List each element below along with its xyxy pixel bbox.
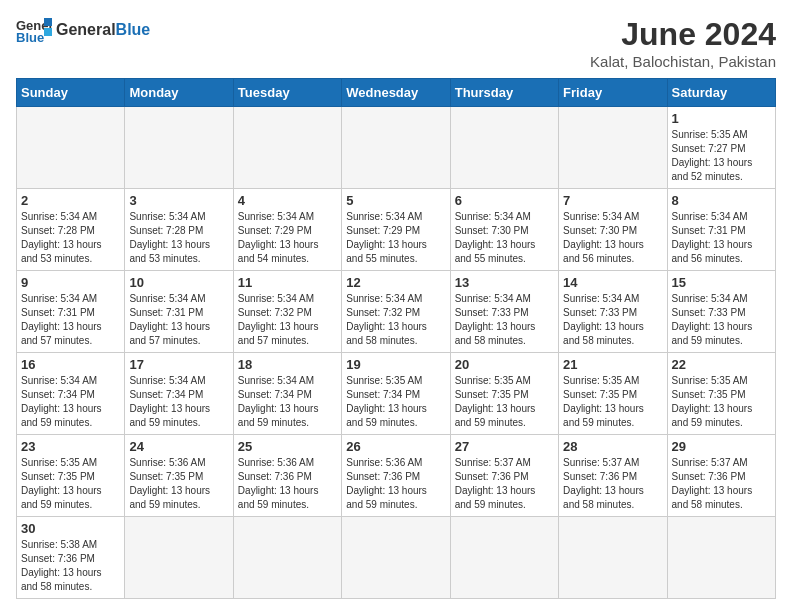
column-header-friday: Friday [559,79,667,107]
calendar-cell: 14Sunrise: 5:34 AM Sunset: 7:33 PM Dayli… [559,271,667,353]
logo-icon: General Blue [16,16,52,44]
calendar-cell: 16Sunrise: 5:34 AM Sunset: 7:34 PM Dayli… [17,353,125,435]
day-number: 11 [238,275,337,290]
day-info: Sunrise: 5:34 AM Sunset: 7:33 PM Dayligh… [455,292,554,348]
day-info: Sunrise: 5:35 AM Sunset: 7:27 PM Dayligh… [672,128,771,184]
day-info: Sunrise: 5:35 AM Sunset: 7:35 PM Dayligh… [455,374,554,430]
day-info: Sunrise: 5:34 AM Sunset: 7:31 PM Dayligh… [672,210,771,266]
calendar-cell [342,107,450,189]
column-header-thursday: Thursday [450,79,558,107]
svg-text:Blue: Blue [16,30,44,44]
calendar-cell: 26Sunrise: 5:36 AM Sunset: 7:36 PM Dayli… [342,435,450,517]
day-number: 6 [455,193,554,208]
column-header-monday: Monday [125,79,233,107]
day-info: Sunrise: 5:36 AM Sunset: 7:36 PM Dayligh… [238,456,337,512]
day-info: Sunrise: 5:34 AM Sunset: 7:34 PM Dayligh… [129,374,228,430]
day-info: Sunrise: 5:34 AM Sunset: 7:28 PM Dayligh… [21,210,120,266]
day-number: 9 [21,275,120,290]
day-info: Sunrise: 5:35 AM Sunset: 7:34 PM Dayligh… [346,374,445,430]
calendar-cell: 6Sunrise: 5:34 AM Sunset: 7:30 PM Daylig… [450,189,558,271]
day-info: Sunrise: 5:36 AM Sunset: 7:36 PM Dayligh… [346,456,445,512]
day-number: 18 [238,357,337,372]
svg-marker-3 [44,28,52,36]
day-info: Sunrise: 5:34 AM Sunset: 7:30 PM Dayligh… [455,210,554,266]
column-header-sunday: Sunday [17,79,125,107]
day-info: Sunrise: 5:34 AM Sunset: 7:32 PM Dayligh… [346,292,445,348]
calendar-cell [450,107,558,189]
location: Kalat, Balochistan, Pakistan [590,53,776,70]
day-number: 23 [21,439,120,454]
title-area: June 2024 Kalat, Balochistan, Pakistan [590,16,776,70]
header: General Blue GeneralBlue June 2024 Kalat… [16,16,776,70]
day-info: Sunrise: 5:35 AM Sunset: 7:35 PM Dayligh… [672,374,771,430]
calendar-week-row: 2Sunrise: 5:34 AM Sunset: 7:28 PM Daylig… [17,189,776,271]
calendar-cell: 29Sunrise: 5:37 AM Sunset: 7:36 PM Dayli… [667,435,775,517]
calendar-cell: 12Sunrise: 5:34 AM Sunset: 7:32 PM Dayli… [342,271,450,353]
day-info: Sunrise: 5:34 AM Sunset: 7:34 PM Dayligh… [238,374,337,430]
day-number: 24 [129,439,228,454]
day-number: 2 [21,193,120,208]
calendar-cell [233,107,341,189]
day-info: Sunrise: 5:34 AM Sunset: 7:29 PM Dayligh… [346,210,445,266]
day-info: Sunrise: 5:36 AM Sunset: 7:35 PM Dayligh… [129,456,228,512]
day-info: Sunrise: 5:37 AM Sunset: 7:36 PM Dayligh… [455,456,554,512]
calendar-cell: 7Sunrise: 5:34 AM Sunset: 7:30 PM Daylig… [559,189,667,271]
calendar-header-row: SundayMondayTuesdayWednesdayThursdayFrid… [17,79,776,107]
day-number: 30 [21,521,120,536]
calendar-cell: 23Sunrise: 5:35 AM Sunset: 7:35 PM Dayli… [17,435,125,517]
calendar-cell [450,517,558,599]
calendar: SundayMondayTuesdayWednesdayThursdayFrid… [16,78,776,599]
day-number: 10 [129,275,228,290]
day-info: Sunrise: 5:34 AM Sunset: 7:33 PM Dayligh… [563,292,662,348]
calendar-cell: 13Sunrise: 5:34 AM Sunset: 7:33 PM Dayli… [450,271,558,353]
day-info: Sunrise: 5:37 AM Sunset: 7:36 PM Dayligh… [563,456,662,512]
calendar-cell: 2Sunrise: 5:34 AM Sunset: 7:28 PM Daylig… [17,189,125,271]
day-info: Sunrise: 5:34 AM Sunset: 7:30 PM Dayligh… [563,210,662,266]
calendar-cell: 11Sunrise: 5:34 AM Sunset: 7:32 PM Dayli… [233,271,341,353]
day-info: Sunrise: 5:35 AM Sunset: 7:35 PM Dayligh… [563,374,662,430]
calendar-week-row: 23Sunrise: 5:35 AM Sunset: 7:35 PM Dayli… [17,435,776,517]
day-number: 27 [455,439,554,454]
calendar-cell: 4Sunrise: 5:34 AM Sunset: 7:29 PM Daylig… [233,189,341,271]
calendar-cell: 5Sunrise: 5:34 AM Sunset: 7:29 PM Daylig… [342,189,450,271]
calendar-cell: 24Sunrise: 5:36 AM Sunset: 7:35 PM Dayli… [125,435,233,517]
calendar-cell: 3Sunrise: 5:34 AM Sunset: 7:28 PM Daylig… [125,189,233,271]
day-number: 20 [455,357,554,372]
day-number: 4 [238,193,337,208]
calendar-cell [233,517,341,599]
day-info: Sunrise: 5:34 AM Sunset: 7:29 PM Dayligh… [238,210,337,266]
calendar-week-row: 9Sunrise: 5:34 AM Sunset: 7:31 PM Daylig… [17,271,776,353]
column-header-wednesday: Wednesday [342,79,450,107]
day-number: 21 [563,357,662,372]
day-number: 8 [672,193,771,208]
column-header-saturday: Saturday [667,79,775,107]
day-number: 22 [672,357,771,372]
calendar-cell: 27Sunrise: 5:37 AM Sunset: 7:36 PM Dayli… [450,435,558,517]
day-number: 16 [21,357,120,372]
month-year: June 2024 [590,16,776,53]
day-number: 3 [129,193,228,208]
calendar-week-row: 30Sunrise: 5:38 AM Sunset: 7:36 PM Dayli… [17,517,776,599]
calendar-cell: 28Sunrise: 5:37 AM Sunset: 7:36 PM Dayli… [559,435,667,517]
calendar-cell [342,517,450,599]
calendar-cell: 18Sunrise: 5:34 AM Sunset: 7:34 PM Dayli… [233,353,341,435]
day-number: 12 [346,275,445,290]
calendar-cell: 9Sunrise: 5:34 AM Sunset: 7:31 PM Daylig… [17,271,125,353]
calendar-cell [125,107,233,189]
calendar-cell: 1Sunrise: 5:35 AM Sunset: 7:27 PM Daylig… [667,107,775,189]
day-number: 25 [238,439,337,454]
svg-marker-2 [44,18,52,26]
calendar-cell: 25Sunrise: 5:36 AM Sunset: 7:36 PM Dayli… [233,435,341,517]
day-info: Sunrise: 5:34 AM Sunset: 7:32 PM Dayligh… [238,292,337,348]
calendar-cell: 21Sunrise: 5:35 AM Sunset: 7:35 PM Dayli… [559,353,667,435]
day-info: Sunrise: 5:34 AM Sunset: 7:31 PM Dayligh… [21,292,120,348]
column-header-tuesday: Tuesday [233,79,341,107]
calendar-cell [667,517,775,599]
day-info: Sunrise: 5:34 AM Sunset: 7:31 PM Dayligh… [129,292,228,348]
day-number: 19 [346,357,445,372]
calendar-cell [125,517,233,599]
calendar-cell: 19Sunrise: 5:35 AM Sunset: 7:34 PM Dayli… [342,353,450,435]
day-info: Sunrise: 5:37 AM Sunset: 7:36 PM Dayligh… [672,456,771,512]
calendar-week-row: 1Sunrise: 5:35 AM Sunset: 7:27 PM Daylig… [17,107,776,189]
day-number: 26 [346,439,445,454]
